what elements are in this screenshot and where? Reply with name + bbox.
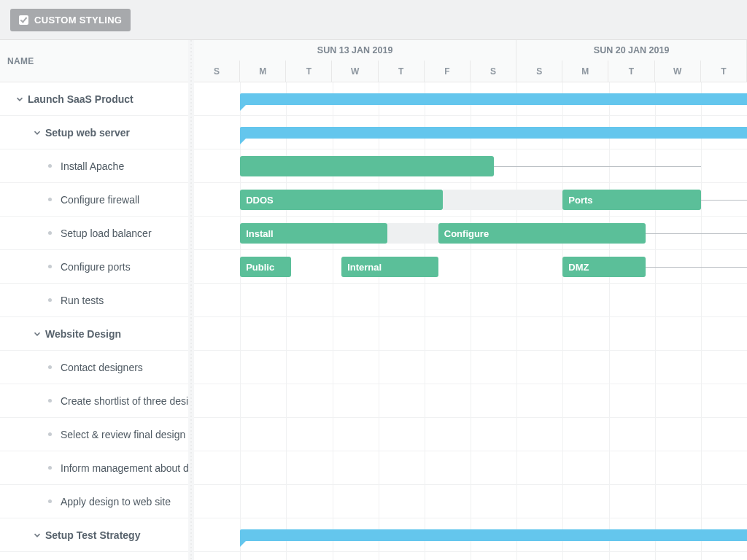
task-label: Launch SaaS Product	[28, 93, 133, 105]
task-bar-gap	[443, 190, 562, 210]
bullet-icon	[48, 265, 52, 268]
gantt-row[interactable]	[194, 284, 747, 317]
task-row[interactable]: Apply design to web site	[0, 485, 188, 518]
task-label: Create shortlist of three designers	[61, 395, 188, 407]
bullet-icon	[48, 466, 52, 470]
dependency-line	[494, 166, 701, 167]
dependency-line	[646, 233, 747, 234]
task-label: Apply design to web site	[61, 496, 171, 508]
task-row[interactable]: Setup Test Strategy	[0, 518, 188, 552]
task-label: Website Design	[45, 328, 121, 340]
bullet-icon	[48, 231, 52, 235]
task-bar[interactable]: DMZ	[562, 257, 646, 277]
custom-styling-label: CUSTOM STYLING	[34, 15, 122, 26]
task-row[interactable]: Setup web server	[0, 116, 188, 149]
task-bar[interactable]	[240, 156, 493, 176]
gantt-row[interactable]	[194, 418, 747, 451]
dependency-line	[646, 267, 747, 268]
task-bar[interactable]: Ports	[562, 190, 701, 210]
gantt-row[interactable]	[194, 451, 747, 485]
task-row[interactable]: Create shortlist of three designers	[0, 384, 188, 418]
task-bar-label: Public	[246, 262, 274, 273]
day-header-cell: S	[194, 61, 240, 82]
task-row[interactable]: Launch SaaS Product	[0, 82, 188, 116]
summary-bar[interactable]	[240, 529, 747, 541]
task-label: Select & review final design	[61, 429, 185, 440]
task-bar[interactable]: Install	[240, 223, 387, 244]
name-column-header: NAME	[7, 56, 34, 66]
task-label: Configure firewall	[61, 194, 139, 206]
task-row[interactable]: Website Design	[0, 317, 188, 351]
summary-bar[interactable]	[240, 127, 747, 139]
bullet-icon	[48, 198, 52, 201]
task-row[interactable]: Contact designers	[0, 351, 188, 384]
day-header-cell: T	[286, 61, 332, 82]
day-header-cell: M	[240, 61, 286, 82]
task-bar[interactable]: Internal	[341, 257, 438, 277]
timeline-panel: SUN 13 JAN 2019SUN 20 JAN 2019 SMTWTFSSM…	[194, 40, 747, 560]
splitter[interactable]	[188, 40, 194, 560]
task-bar-label: Ports	[568, 195, 592, 206]
task-bar-gap	[387, 223, 438, 244]
chevron-down-icon[interactable]	[32, 329, 42, 339]
task-bar-label: Internal	[347, 262, 382, 273]
task-bar-label: DMZ	[568, 262, 589, 273]
chevron-down-icon[interactable]	[32, 530, 42, 540]
day-header-cell: F	[425, 61, 471, 82]
chevron-down-icon[interactable]	[32, 128, 42, 138]
gantt-row[interactable]	[194, 317, 747, 351]
task-label: Contact designers	[61, 362, 143, 373]
task-label: Install Apache	[61, 160, 124, 172]
task-tree: Launch SaaS ProductSetup web serverInsta…	[0, 82, 188, 552]
day-header-cell: M	[562, 61, 608, 82]
custom-styling-button[interactable]: CUSTOM STYLING	[10, 9, 131, 31]
chevron-down-icon[interactable]	[15, 94, 25, 104]
day-header-cell: T	[379, 61, 425, 82]
day-header-cell: W	[332, 61, 378, 82]
gantt-row[interactable]	[194, 384, 747, 418]
task-bar-label: DDOS	[246, 195, 274, 206]
day-header-cell: S	[471, 61, 516, 82]
bullet-icon	[48, 499, 52, 503]
date-header-cell: SUN 20 JAN 2019	[516, 40, 747, 61]
task-row[interactable]: Configure ports	[0, 250, 188, 284]
summary-bar[interactable]	[240, 93, 747, 105]
task-bar[interactable]: Public	[240, 257, 290, 277]
bullet-icon	[48, 432, 52, 436]
task-bar-label: Install	[246, 228, 274, 239]
day-header-cell: T	[701, 61, 747, 82]
task-label: Run tests	[61, 295, 104, 306]
task-list-panel: NAME Launch SaaS ProductSetup web server…	[0, 40, 188, 560]
task-row[interactable]: Run tests	[0, 284, 188, 317]
task-row[interactable]: Configure firewall	[0, 183, 188, 217]
task-label: Configure ports	[61, 261, 131, 273]
task-row[interactable]: Setup load balancer	[0, 217, 188, 250]
checkbox-icon	[19, 15, 28, 25]
task-row[interactable]: Install Apache	[0, 149, 188, 183]
dependency-line	[701, 200, 747, 201]
day-header-cell: T	[608, 61, 654, 82]
task-label: Setup web server	[45, 127, 130, 139]
bullet-icon	[48, 164, 52, 168]
task-bar[interactable]: Configure	[438, 223, 646, 244]
task-row[interactable]: Select & review final design	[0, 418, 188, 451]
task-label: Setup load balancer	[61, 228, 152, 239]
gantt-chart[interactable]: DDOSPortsInstallConfigurePublicInternalD…	[194, 82, 747, 560]
task-bar[interactable]: DDOS	[240, 190, 443, 210]
toolbar: CUSTOM STYLING	[0, 0, 747, 40]
gantt-row[interactable]	[194, 351, 747, 384]
timeline-header: SUN 13 JAN 2019SUN 20 JAN 2019 SMTWTFSSM…	[194, 40, 747, 82]
bullet-icon	[48, 399, 52, 402]
bullet-icon	[48, 298, 52, 302]
gantt-row[interactable]	[194, 485, 747, 518]
task-label: Inform management about decision	[61, 462, 188, 474]
task-label: Setup Test Strategy	[45, 529, 140, 541]
bullet-icon	[48, 365, 52, 369]
date-header-cell: SUN 13 JAN 2019	[194, 40, 516, 61]
task-list-header: NAME	[0, 40, 188, 82]
task-bar-label: Configure	[444, 228, 489, 239]
task-row[interactable]: Inform management about decision	[0, 451, 188, 485]
day-header-cell: S	[516, 61, 562, 82]
day-header-cell: W	[655, 61, 701, 82]
